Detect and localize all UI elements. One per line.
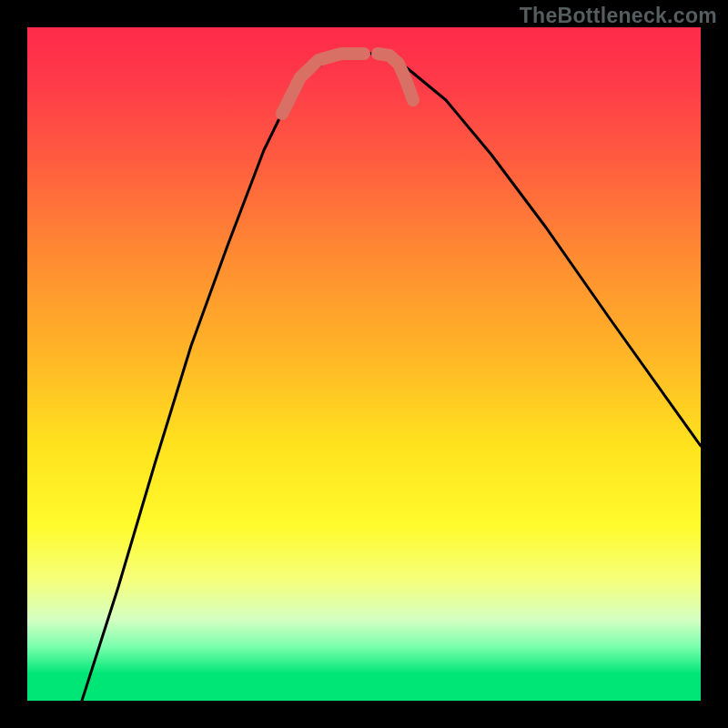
chart-svg (27, 27, 701, 701)
frame: TheBottleneck.com (0, 0, 728, 728)
watermark-text: TheBottleneck.com (520, 4, 717, 28)
curve-overlay-left (282, 54, 364, 114)
plot-area (27, 27, 701, 701)
curve-overlay-right (378, 54, 413, 100)
curve-main (82, 52, 701, 701)
